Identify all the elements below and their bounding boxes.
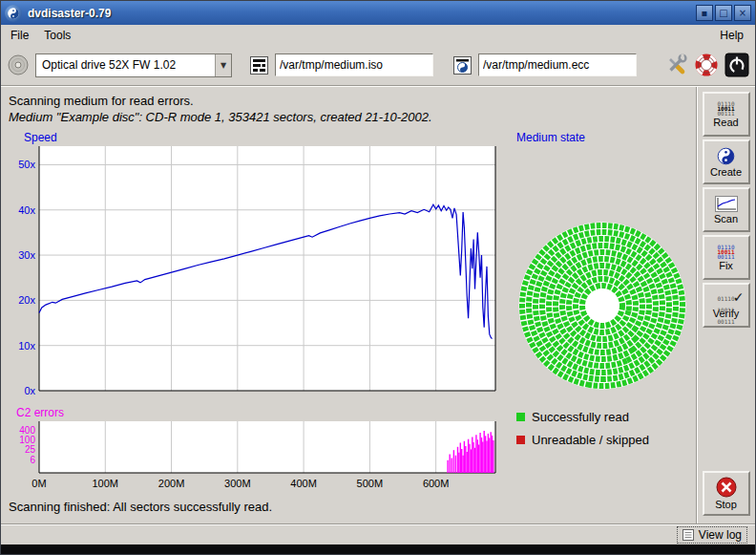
maximize-button[interactable]: □: [715, 5, 732, 21]
svg-text:300M: 300M: [224, 478, 251, 489]
mini-chart-icon: [715, 196, 738, 212]
stop-button[interactable]: Stop: [703, 471, 750, 516]
legend-label-unreadable: Unreadable / skipped: [532, 433, 649, 447]
app-logo-icon: [5, 5, 22, 22]
chevron-down-icon[interactable]: ▼: [215, 54, 231, 76]
svg-text:6: 6: [30, 455, 35, 465]
iso-file-icon: [249, 55, 269, 75]
ecc-path-input[interactable]: [478, 53, 637, 76]
action-sidebar: 01110 10011 00111 Read Create: [696, 87, 755, 523]
view-log-label: View log: [699, 528, 742, 542]
legend-label-read: Successfully read: [532, 410, 629, 424]
app-window: dvdisaster-0.79 ▪ □ × File Tools Help Op…: [0, 0, 756, 555]
window-title: dvdisaster-0.79: [28, 7, 111, 20]
create-button-label: Create: [710, 166, 742, 178]
preferences-wrench-icon[interactable]: [663, 53, 688, 77]
read-button-label: Read: [713, 117, 738, 128]
svg-text:25: 25: [25, 444, 36, 455]
scan-button[interactable]: Scan: [703, 187, 750, 232]
svg-text:30x: 30x: [18, 249, 35, 261]
menu-tools[interactable]: Tools: [36, 27, 78, 44]
finish-status-line: Scanning finished: All sectors successfu…: [9, 500, 503, 514]
svg-text:200M: 200M: [158, 478, 185, 489]
medium-info-line: Medium "Example disc": CD-R mode 1, 3534…: [9, 109, 688, 125]
view-log-button[interactable]: View log: [677, 526, 747, 544]
main-area: Scanning medium for read errors. Medium …: [1, 87, 696, 523]
menu-file[interactable]: File: [3, 27, 36, 44]
svg-text:500M: 500M: [357, 478, 384, 489]
speed-chart-title: Speed: [24, 131, 503, 144]
titlebar: dvdisaster-0.79 ▪ □ ×: [1, 1, 755, 25]
minimize-button[interactable]: ▪: [696, 5, 713, 21]
window-bottom-frame: [1, 544, 755, 554]
svg-text:20x: 20x: [18, 294, 35, 306]
checkmark-icon: ✓: [733, 289, 745, 305]
footer-bar: View log: [1, 523, 755, 544]
read-button[interactable]: 01110 10011 00111 Read: [703, 92, 750, 137]
menu-help[interactable]: Help: [710, 27, 753, 44]
c2-errors-chart: 4001002560M100M200M300M400M500M600M: [3, 419, 501, 494]
iso-path-input[interactable]: [275, 53, 433, 76]
legend-swatch-green: [516, 413, 525, 421]
svg-text:400M: 400M: [290, 478, 317, 489]
drive-select[interactable]: Optical drive 52X FW 1.02 ▼: [35, 53, 232, 77]
drive-icon: [7, 53, 30, 76]
quit-power-icon[interactable]: [724, 53, 749, 77]
legend-row-unreadable: Unreadable / skipped: [516, 433, 696, 447]
fix-button-label: Fix: [719, 260, 733, 271]
create-button[interactable]: Create: [703, 139, 750, 184]
ecc-file-icon: [452, 55, 472, 75]
verify-button[interactable]: 01110 10011 00111 ✓ Verify: [703, 283, 750, 328]
svg-text:600M: 600M: [423, 478, 450, 489]
svg-text:10x: 10x: [18, 340, 35, 352]
c2-chart-title: C2 errors: [16, 406, 503, 419]
menubar: File Tools Help: [1, 25, 755, 45]
stop-button-label: Stop: [715, 499, 737, 510]
svg-text:50x: 50x: [18, 159, 35, 170]
svg-text:0x: 0x: [24, 385, 35, 396]
medium-state-title: Medium state: [516, 131, 696, 144]
svg-text:100M: 100M: [93, 478, 119, 489]
scan-status-line: Scanning medium for read errors.: [9, 93, 688, 109]
svg-text:0M: 0M: [32, 478, 46, 489]
binary-fix-icon: 01110 10011 00111: [717, 245, 734, 259]
fix-button[interactable]: 01110 10011 00111 Fix: [703, 235, 750, 280]
medium-state-disc: [515, 219, 689, 393]
binary-read-icon: 01110 10011 00111: [717, 101, 734, 116]
legend-swatch-red: [516, 436, 525, 444]
log-list-icon: [682, 529, 694, 541]
yinyang-icon: [717, 147, 735, 165]
legend-row-read: Successfully read: [516, 410, 696, 424]
toolbar: Optical drive 52X FW 1.02 ▼: [1, 45, 755, 85]
speed-chart: 0x10x20x30x40x50x: [3, 146, 501, 396]
help-lifesaver-icon[interactable]: [694, 53, 719, 77]
drive-select-value: Optical drive 52X FW 1.02: [36, 58, 215, 72]
close-button[interactable]: ×: [734, 5, 751, 21]
stop-icon: [716, 477, 737, 498]
svg-text:40x: 40x: [18, 204, 35, 216]
scan-button-label: Scan: [714, 213, 738, 224]
medium-state-legend: Successfully read Unreadable / skipped: [516, 410, 696, 456]
